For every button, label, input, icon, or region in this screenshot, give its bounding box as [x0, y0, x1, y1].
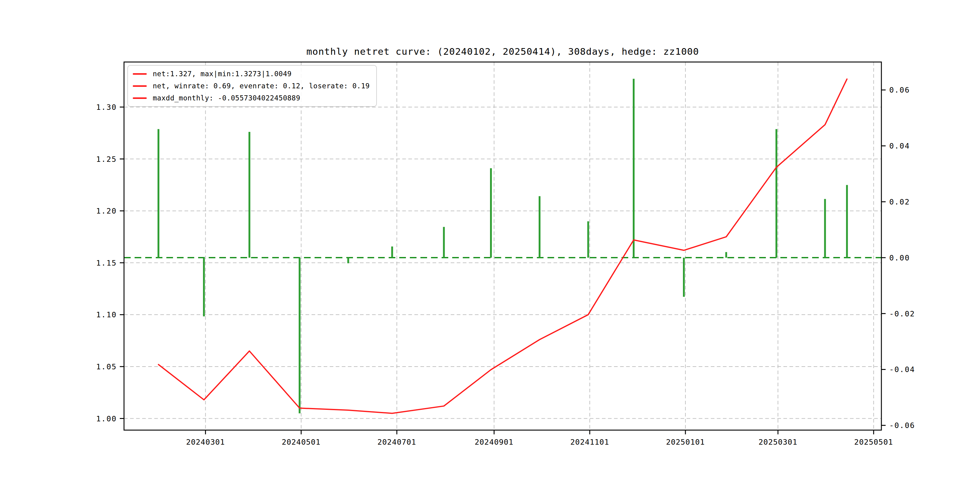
y-left-tick-label: 1.05 — [96, 362, 117, 371]
monthly-return-bar — [391, 247, 393, 258]
monthly-return-bar — [633, 79, 635, 258]
x-tick-label: 20240501 — [282, 438, 320, 447]
x-tick-label: 20240301 — [186, 438, 225, 447]
y-right-tick-label: 0.00 — [889, 253, 910, 262]
legend-item: net:1.327, max|min:1.3273|1.0049 — [133, 70, 370, 78]
monthly-return-bar — [776, 129, 777, 258]
y-left-tick-label: 1.10 — [96, 310, 117, 319]
monthly-return-bar — [824, 199, 826, 258]
monthly-return-bar — [490, 168, 492, 258]
x-tick-label: 20240901 — [474, 438, 513, 447]
y-right-tick-label: 0.02 — [889, 197, 910, 206]
y-left-tick-label: 1.25 — [96, 155, 117, 164]
monthly-return-bar — [443, 227, 445, 258]
monthly-return-bar — [683, 258, 685, 297]
net-curve — [159, 79, 847, 413]
legend-label: net, winrate: 0.69, evenrate: 0.12, lose… — [153, 82, 370, 90]
y-right-tick-label: 0.06 — [889, 86, 910, 94]
monthly-return-bar — [539, 196, 541, 258]
legend-label: net:1.327, max|min:1.3273|1.0049 — [153, 70, 291, 78]
monthly-return-bar — [158, 129, 159, 258]
red-line-swatch-icon — [133, 85, 147, 87]
x-tick-label: 20250301 — [759, 438, 797, 447]
figure: 1.001.051.101.151.201.251.30-0.06-0.04-0… — [0, 0, 980, 490]
x-tick-label: 20250101 — [666, 438, 705, 447]
monthly-return-bar — [249, 132, 250, 258]
legend-item: net, winrate: 0.69, evenrate: 0.12, lose… — [133, 82, 370, 90]
monthly-return-bar — [587, 221, 589, 258]
plot-border — [124, 62, 881, 430]
monthly-return-bar — [203, 258, 205, 317]
monthly-return-bar — [725, 252, 727, 258]
chart-title: monthly netret curve: (20240102, 2025041… — [124, 46, 881, 57]
y-left-tick-label: 1.30 — [96, 103, 117, 111]
y-left-tick-label: 1.15 — [96, 259, 117, 267]
red-line-swatch-icon — [133, 73, 147, 75]
monthly-return-bar — [299, 258, 300, 414]
y-left-tick-label: 1.20 — [96, 207, 117, 215]
legend: net:1.327, max|min:1.3273|1.0049 net, wi… — [127, 65, 377, 107]
y-right-tick-label: -0.02 — [889, 309, 915, 318]
y-right-tick-label: 0.04 — [889, 142, 910, 150]
x-tick-label: 20240701 — [377, 438, 416, 447]
legend-item: maxdd_monthly: -0.0557304022450889 — [133, 94, 370, 102]
x-tick-label: 20250501 — [854, 438, 893, 447]
y-right-tick-label: -0.04 — [889, 365, 915, 374]
y-right-tick-label: -0.06 — [889, 421, 915, 430]
monthly-return-bar — [846, 185, 848, 258]
y-left-tick-label: 1.00 — [96, 414, 117, 423]
monthly-return-bar — [347, 258, 349, 263]
red-line-swatch-icon — [133, 97, 147, 99]
x-tick-label: 20241101 — [570, 438, 609, 447]
legend-label: maxdd_monthly: -0.0557304022450889 — [153, 94, 300, 102]
